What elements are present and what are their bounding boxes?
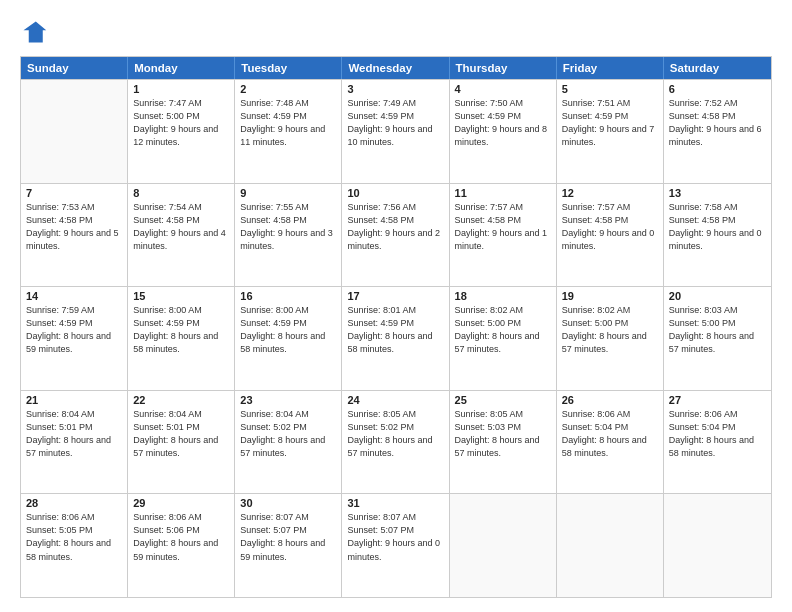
day-number: 29 bbox=[133, 497, 229, 509]
cal-cell: 28Sunrise: 8:06 AMSunset: 5:05 PMDayligh… bbox=[21, 494, 128, 597]
day-info: Sunrise: 7:58 AMSunset: 4:58 PMDaylight:… bbox=[669, 201, 766, 253]
cal-cell: 31Sunrise: 8:07 AMSunset: 5:07 PMDayligh… bbox=[342, 494, 449, 597]
cal-cell: 23Sunrise: 8:04 AMSunset: 5:02 PMDayligh… bbox=[235, 391, 342, 494]
day-number: 10 bbox=[347, 187, 443, 199]
cal-header-day: Sunday bbox=[21, 57, 128, 79]
cal-week-row: 14Sunrise: 7:59 AMSunset: 4:59 PMDayligh… bbox=[21, 286, 771, 390]
cal-cell: 13Sunrise: 7:58 AMSunset: 4:58 PMDayligh… bbox=[664, 184, 771, 287]
day-number: 27 bbox=[669, 394, 766, 406]
day-number: 3 bbox=[347, 83, 443, 95]
day-info: Sunrise: 8:07 AMSunset: 5:07 PMDaylight:… bbox=[347, 511, 443, 563]
day-info: Sunrise: 7:50 AMSunset: 4:59 PMDaylight:… bbox=[455, 97, 551, 149]
day-info: Sunrise: 7:54 AMSunset: 4:58 PMDaylight:… bbox=[133, 201, 229, 253]
day-info: Sunrise: 8:02 AMSunset: 5:00 PMDaylight:… bbox=[562, 304, 658, 356]
day-info: Sunrise: 7:57 AMSunset: 4:58 PMDaylight:… bbox=[562, 201, 658, 253]
cal-cell bbox=[557, 494, 664, 597]
day-info: Sunrise: 7:55 AMSunset: 4:58 PMDaylight:… bbox=[240, 201, 336, 253]
day-number: 1 bbox=[133, 83, 229, 95]
cal-cell: 6Sunrise: 7:52 AMSunset: 4:58 PMDaylight… bbox=[664, 80, 771, 183]
cal-week-row: 28Sunrise: 8:06 AMSunset: 5:05 PMDayligh… bbox=[21, 493, 771, 597]
cal-header-day: Thursday bbox=[450, 57, 557, 79]
cal-cell: 15Sunrise: 8:00 AMSunset: 4:59 PMDayligh… bbox=[128, 287, 235, 390]
day-number: 11 bbox=[455, 187, 551, 199]
day-info: Sunrise: 8:06 AMSunset: 5:04 PMDaylight:… bbox=[562, 408, 658, 460]
day-info: Sunrise: 8:03 AMSunset: 5:00 PMDaylight:… bbox=[669, 304, 766, 356]
day-number: 7 bbox=[26, 187, 122, 199]
cal-cell: 2Sunrise: 7:48 AMSunset: 4:59 PMDaylight… bbox=[235, 80, 342, 183]
calendar-header: SundayMondayTuesdayWednesdayThursdayFrid… bbox=[21, 57, 771, 79]
cal-header-day: Monday bbox=[128, 57, 235, 79]
header bbox=[20, 18, 772, 46]
day-number: 12 bbox=[562, 187, 658, 199]
day-number: 6 bbox=[669, 83, 766, 95]
day-number: 20 bbox=[669, 290, 766, 302]
day-number: 8 bbox=[133, 187, 229, 199]
day-info: Sunrise: 7:57 AMSunset: 4:58 PMDaylight:… bbox=[455, 201, 551, 253]
day-number: 2 bbox=[240, 83, 336, 95]
cal-header-day: Wednesday bbox=[342, 57, 449, 79]
day-number: 19 bbox=[562, 290, 658, 302]
cal-cell bbox=[664, 494, 771, 597]
day-info: Sunrise: 8:00 AMSunset: 4:59 PMDaylight:… bbox=[240, 304, 336, 356]
cal-cell: 4Sunrise: 7:50 AMSunset: 4:59 PMDaylight… bbox=[450, 80, 557, 183]
day-info: Sunrise: 8:02 AMSunset: 5:00 PMDaylight:… bbox=[455, 304, 551, 356]
cal-cell: 5Sunrise: 7:51 AMSunset: 4:59 PMDaylight… bbox=[557, 80, 664, 183]
day-number: 15 bbox=[133, 290, 229, 302]
cal-cell: 25Sunrise: 8:05 AMSunset: 5:03 PMDayligh… bbox=[450, 391, 557, 494]
day-number: 5 bbox=[562, 83, 658, 95]
day-info: Sunrise: 8:06 AMSunset: 5:04 PMDaylight:… bbox=[669, 408, 766, 460]
day-number: 28 bbox=[26, 497, 122, 509]
day-number: 16 bbox=[240, 290, 336, 302]
cal-cell: 30Sunrise: 8:07 AMSunset: 5:07 PMDayligh… bbox=[235, 494, 342, 597]
day-info: Sunrise: 8:06 AMSunset: 5:06 PMDaylight:… bbox=[133, 511, 229, 563]
cal-cell: 24Sunrise: 8:05 AMSunset: 5:02 PMDayligh… bbox=[342, 391, 449, 494]
cal-cell: 10Sunrise: 7:56 AMSunset: 4:58 PMDayligh… bbox=[342, 184, 449, 287]
day-number: 25 bbox=[455, 394, 551, 406]
cal-cell: 3Sunrise: 7:49 AMSunset: 4:59 PMDaylight… bbox=[342, 80, 449, 183]
cal-week-row: 1Sunrise: 7:47 AMSunset: 5:00 PMDaylight… bbox=[21, 79, 771, 183]
cal-header-day: Tuesday bbox=[235, 57, 342, 79]
day-info: Sunrise: 7:51 AMSunset: 4:59 PMDaylight:… bbox=[562, 97, 658, 149]
cal-week-row: 21Sunrise: 8:04 AMSunset: 5:01 PMDayligh… bbox=[21, 390, 771, 494]
svg-marker-0 bbox=[24, 22, 47, 43]
day-number: 4 bbox=[455, 83, 551, 95]
day-info: Sunrise: 8:00 AMSunset: 4:59 PMDaylight:… bbox=[133, 304, 229, 356]
day-number: 26 bbox=[562, 394, 658, 406]
day-number: 9 bbox=[240, 187, 336, 199]
day-number: 24 bbox=[347, 394, 443, 406]
cal-week-row: 7Sunrise: 7:53 AMSunset: 4:58 PMDaylight… bbox=[21, 183, 771, 287]
day-info: Sunrise: 7:56 AMSunset: 4:58 PMDaylight:… bbox=[347, 201, 443, 253]
calendar: SundayMondayTuesdayWednesdayThursdayFrid… bbox=[20, 56, 772, 598]
day-number: 22 bbox=[133, 394, 229, 406]
day-number: 23 bbox=[240, 394, 336, 406]
calendar-body: 1Sunrise: 7:47 AMSunset: 5:00 PMDaylight… bbox=[21, 79, 771, 597]
day-number: 31 bbox=[347, 497, 443, 509]
cal-cell: 1Sunrise: 7:47 AMSunset: 5:00 PMDaylight… bbox=[128, 80, 235, 183]
cal-cell: 19Sunrise: 8:02 AMSunset: 5:00 PMDayligh… bbox=[557, 287, 664, 390]
day-info: Sunrise: 7:48 AMSunset: 4:59 PMDaylight:… bbox=[240, 97, 336, 149]
day-info: Sunrise: 8:05 AMSunset: 5:02 PMDaylight:… bbox=[347, 408, 443, 460]
day-number: 14 bbox=[26, 290, 122, 302]
cal-cell: 16Sunrise: 8:00 AMSunset: 4:59 PMDayligh… bbox=[235, 287, 342, 390]
day-info: Sunrise: 8:07 AMSunset: 5:07 PMDaylight:… bbox=[240, 511, 336, 563]
cal-cell bbox=[21, 80, 128, 183]
day-info: Sunrise: 8:06 AMSunset: 5:05 PMDaylight:… bbox=[26, 511, 122, 563]
day-info: Sunrise: 8:04 AMSunset: 5:01 PMDaylight:… bbox=[26, 408, 122, 460]
day-number: 21 bbox=[26, 394, 122, 406]
day-info: Sunrise: 8:04 AMSunset: 5:01 PMDaylight:… bbox=[133, 408, 229, 460]
cal-header-day: Friday bbox=[557, 57, 664, 79]
cal-cell: 7Sunrise: 7:53 AMSunset: 4:58 PMDaylight… bbox=[21, 184, 128, 287]
logo bbox=[20, 18, 52, 46]
cal-cell: 11Sunrise: 7:57 AMSunset: 4:58 PMDayligh… bbox=[450, 184, 557, 287]
page: SundayMondayTuesdayWednesdayThursdayFrid… bbox=[0, 0, 792, 612]
day-number: 17 bbox=[347, 290, 443, 302]
day-info: Sunrise: 7:52 AMSunset: 4:58 PMDaylight:… bbox=[669, 97, 766, 149]
day-info: Sunrise: 7:59 AMSunset: 4:59 PMDaylight:… bbox=[26, 304, 122, 356]
day-info: Sunrise: 8:05 AMSunset: 5:03 PMDaylight:… bbox=[455, 408, 551, 460]
cal-cell: 14Sunrise: 7:59 AMSunset: 4:59 PMDayligh… bbox=[21, 287, 128, 390]
cal-cell: 22Sunrise: 8:04 AMSunset: 5:01 PMDayligh… bbox=[128, 391, 235, 494]
cal-cell: 29Sunrise: 8:06 AMSunset: 5:06 PMDayligh… bbox=[128, 494, 235, 597]
day-info: Sunrise: 7:49 AMSunset: 4:59 PMDaylight:… bbox=[347, 97, 443, 149]
cal-cell bbox=[450, 494, 557, 597]
day-info: Sunrise: 8:04 AMSunset: 5:02 PMDaylight:… bbox=[240, 408, 336, 460]
